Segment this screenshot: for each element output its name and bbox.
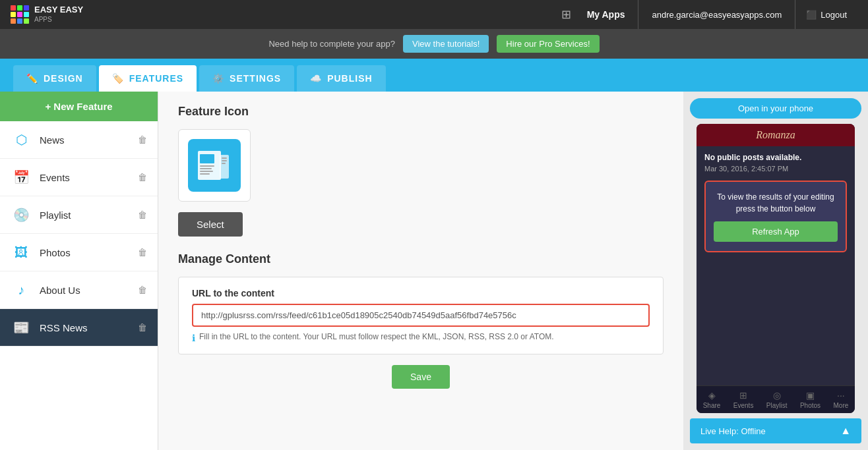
sidebar-item-label-news: News (40, 134, 130, 146)
help-text: Need help to complete your app? (268, 39, 395, 49)
logout-icon: ⬛ (806, 10, 817, 20)
settings-icon: ⚙️ (212, 73, 224, 84)
open-in-phone-button[interactable]: Open in your phone (690, 98, 861, 119)
refresh-app-button[interactable]: Refresh App (714, 221, 838, 242)
phone-nav-more-icon: ··· (837, 390, 845, 401)
manage-content-title: Manage Content (178, 252, 664, 266)
phone-screen: Romanza No public posts available. Mar 3… (697, 124, 855, 413)
share-icon: ⬡ (11, 129, 32, 150)
tab-settings[interactable]: ⚙️ SETTINGS (199, 65, 294, 92)
url-input[interactable] (192, 304, 650, 327)
phone-nav-share: ◈ Share (703, 390, 721, 409)
delete-photos-icon[interactable]: 🗑 (138, 247, 147, 258)
sidebar-item-label-rss: RSS News (40, 322, 130, 333)
features-icon: 🏷️ (112, 73, 124, 84)
logo-grid-icon (11, 5, 29, 24)
content-area: Feature Icon Select (158, 92, 683, 450)
top-nav: EASY EASY APPS ⊞ My Apps andre.garcia@ea… (0, 0, 868, 29)
delete-events-icon[interactable]: 🗑 (138, 172, 147, 183)
url-hint: ℹ Fill in the URL to the content. Your U… (192, 332, 650, 343)
delete-rss-icon[interactable]: 🗑 (138, 322, 147, 333)
phone-preview: Open in your phone Romanza No public pos… (683, 92, 868, 450)
phone-nav-playlist-icon: ◎ (773, 390, 781, 401)
tab-bar: ✏️ DESIGN 🏷️ FEATURES ⚙️ SETTINGS ☁️ PUB… (0, 59, 868, 92)
phone-nav-playlist: ◎ Playlist (766, 390, 788, 409)
sidebar-item-photos[interactable]: 🖼 Photos 🗑 (0, 234, 158, 271)
sidebar-item-news[interactable]: ⬡ News 🗑 (0, 121, 158, 159)
url-section: URL to the content ℹ Fill in the URL to … (178, 277, 664, 354)
sidebar-item-label-events: Events (40, 172, 130, 183)
hint-info-icon: ℹ (192, 333, 195, 343)
phone-date: Mar 30, 2016, 2:45:07 PM (704, 165, 847, 173)
logo-text: EASY EASY APPS (34, 5, 83, 24)
live-help-chevron-icon: ▲ (840, 425, 851, 437)
pro-services-button[interactable]: Hire our Pro Services! (497, 35, 599, 53)
phone-nav-photos: ▣ Photos (800, 390, 821, 409)
new-feature-button[interactable]: + New Feature (0, 92, 158, 121)
user-email: andre.garcia@easyeasyapps.com (638, 0, 795, 29)
logout-button[interactable]: ⬛ Logout (795, 0, 857, 29)
sidebar-item-label-photos: Photos (40, 247, 130, 258)
apps-grid-icon: ⊞ (561, 7, 571, 22)
url-label: URL to the content (192, 288, 650, 298)
logo: EASY EASY APPS (11, 5, 83, 24)
phone-app-name: Romanza (704, 129, 847, 141)
live-help-button[interactable]: Live Help: Offline ▲ (690, 418, 861, 443)
select-button[interactable]: Select (178, 212, 243, 237)
rss-news-svg-icon (195, 146, 234, 185)
svg-rect-7 (222, 157, 227, 159)
feature-icon-box (178, 129, 251, 202)
save-button[interactable]: Save (392, 365, 450, 389)
delete-playlist-icon[interactable]: 🗑 (138, 210, 147, 220)
tab-design[interactable]: ✏️ DESIGN (13, 65, 96, 92)
svg-rect-3 (200, 168, 212, 169)
tab-features[interactable]: 🏷️ FEATURES (99, 65, 197, 92)
phone-content: No public posts available. Mar 30, 2016,… (697, 146, 855, 385)
sidebar: + New Feature ⬡ News 🗑 📅 Events 🗑 💿 Play… (0, 92, 158, 450)
delete-news-icon[interactable]: 🗑 (138, 134, 147, 145)
feature-icon-inner (188, 139, 241, 192)
sidebar-item-events[interactable]: 📅 Events 🗑 (0, 159, 158, 196)
sidebar-item-rss[interactable]: 📰 RSS News 🗑 (0, 309, 158, 347)
sidebar-item-label-about: About Us (40, 285, 130, 296)
image-icon: 🖼 (11, 242, 32, 263)
phone-bottom-nav: ◈ Share ⊞ Events ◎ Playlist ▣ Photos ··· (697, 385, 855, 413)
svg-rect-2 (200, 165, 214, 167)
tab-publish[interactable]: ☁️ PUBLISH (297, 65, 385, 92)
svg-rect-9 (222, 163, 226, 164)
phone-no-posts: No public posts available. (704, 153, 847, 162)
calendar-icon: 📅 (11, 167, 32, 188)
disc-icon: 💿 (11, 204, 32, 225)
phone-nav-events: ⊞ Events (733, 390, 754, 409)
svg-rect-8 (222, 160, 227, 161)
rss-icon: 📰 (11, 317, 32, 338)
main-layout: + New Feature ⬡ News 🗑 📅 Events 🗑 💿 Play… (0, 92, 868, 450)
tutorial-button[interactable]: View the tutorials! (403, 35, 489, 53)
phone-nav-events-icon: ⊞ (739, 390, 747, 401)
svg-rect-4 (200, 171, 213, 172)
help-bar: Need help to complete your app? View the… (0, 29, 868, 59)
svg-rect-5 (200, 173, 210, 175)
sidebar-item-about[interactable]: ♪ About Us 🗑 (0, 271, 158, 309)
sidebar-item-playlist[interactable]: 💿 Playlist 🗑 (0, 196, 158, 234)
phone-nav-photos-icon: ▣ (806, 390, 815, 401)
info-icon: ♪ (11, 279, 32, 300)
phone-nav-share-icon: ◈ (708, 390, 716, 401)
phone-nav-more: ··· More (833, 390, 848, 409)
delete-about-icon[interactable]: 🗑 (138, 285, 147, 295)
svg-rect-1 (200, 154, 214, 163)
phone-header: Romanza (697, 124, 855, 146)
design-icon: ✏️ (26, 73, 38, 84)
sidebar-item-label-playlist: Playlist (40, 210, 130, 221)
feature-icon-title: Feature Icon (178, 105, 664, 119)
publish-icon: ☁️ (310, 73, 322, 84)
phone-refresh-box: To view the results of your editing pres… (704, 181, 847, 252)
refresh-prompt-text: To view the results of your editing pres… (714, 191, 838, 215)
my-apps-button[interactable]: My Apps (574, 0, 639, 29)
